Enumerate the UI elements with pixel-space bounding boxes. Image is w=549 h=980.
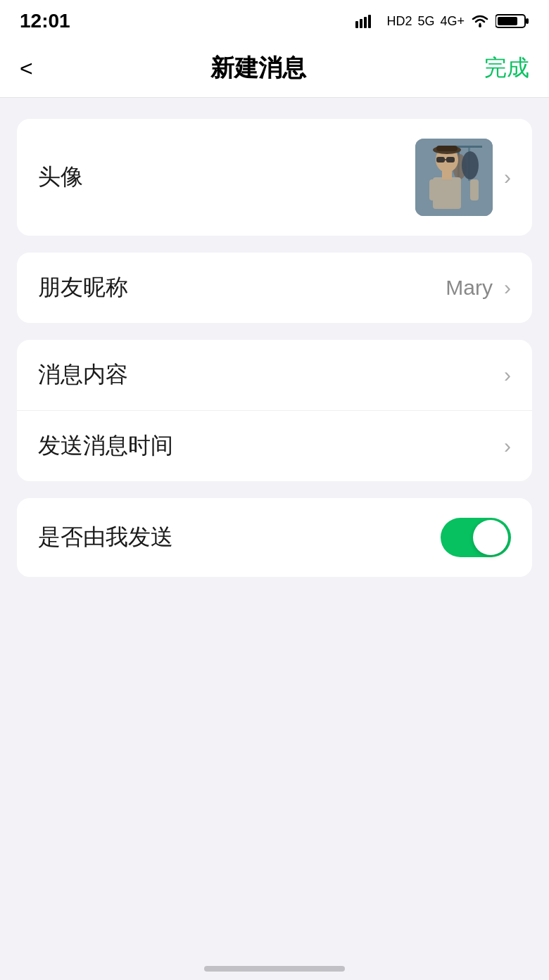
message-time-label: 发送消息时间	[38, 431, 173, 462]
message-time-row[interactable]: 发送消息时间 ›	[17, 411, 532, 481]
status-bar: 12:01 HD2 5G 4G+	[0, 0, 549, 39]
message-content-chevron-icon: ›	[504, 363, 511, 387]
toggle-knob	[473, 520, 508, 555]
message-content-right: ›	[504, 363, 511, 387]
svg-rect-1	[360, 19, 362, 28]
svg-rect-6	[526, 18, 529, 24]
nickname-row-right: Mary ›	[446, 276, 511, 300]
avatar-image	[415, 139, 493, 216]
wifi-icon	[470, 14, 490, 28]
done-button[interactable]: 完成	[484, 53, 529, 84]
avatar-section: 头像	[17, 119, 532, 236]
signal-icon	[355, 14, 381, 28]
nickname-section: 朋友昵称 Mary ›	[17, 253, 532, 323]
message-section: 消息内容 › 发送消息时间 ›	[17, 340, 532, 481]
home-indicator	[204, 966, 345, 972]
svg-rect-17	[446, 157, 455, 163]
4g-label: 4G+	[440, 14, 465, 29]
avatar-row[interactable]: 头像	[17, 119, 532, 236]
avatar-svg	[415, 139, 493, 216]
message-content-row[interactable]: 消息内容 ›	[17, 340, 532, 411]
message-time-right: ›	[504, 434, 511, 458]
svg-point-4	[479, 25, 481, 27]
avatar-chevron-icon: ›	[504, 165, 511, 189]
svg-point-14	[462, 151, 479, 179]
back-button[interactable]: <	[20, 56, 33, 82]
status-icons: HD2 5G 4G+	[355, 13, 529, 29]
nickname-chevron-icon: ›	[504, 276, 511, 300]
nickname-label: 朋友昵称	[38, 272, 128, 303]
svg-rect-16	[436, 157, 445, 163]
svg-rect-22	[429, 179, 438, 201]
svg-rect-2	[364, 17, 367, 28]
svg-rect-24	[442, 171, 452, 179]
svg-rect-7	[498, 17, 517, 25]
svg-rect-3	[368, 15, 371, 28]
send-by-me-row[interactable]: 是否由我发送	[17, 498, 532, 577]
svg-rect-20	[436, 146, 458, 151]
svg-rect-23	[470, 179, 479, 201]
nickname-value: Mary	[446, 276, 493, 300]
svg-rect-0	[355, 21, 358, 28]
hd2-label: HD2	[386, 14, 412, 29]
battery-icon	[496, 13, 529, 29]
page-title: 新建消息	[210, 52, 306, 84]
avatar-label: 头像	[38, 162, 83, 193]
avatar-row-right: ›	[415, 139, 511, 216]
send-by-me-label: 是否由我发送	[38, 522, 173, 553]
message-time-chevron-icon: ›	[504, 434, 511, 458]
status-time: 12:01	[20, 10, 70, 32]
message-content-label: 消息内容	[38, 359, 128, 390]
send-section: 是否由我发送	[17, 498, 532, 577]
nickname-row[interactable]: 朋友昵称 Mary ›	[17, 253, 532, 323]
send-by-me-toggle[interactable]	[441, 518, 511, 557]
nav-bar: < 新建消息 完成	[0, 39, 549, 98]
main-content: 头像	[0, 98, 549, 598]
5g-label: 5G	[417, 14, 434, 29]
